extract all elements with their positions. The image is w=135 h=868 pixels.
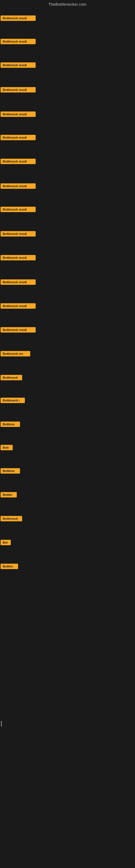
list-item: Bot <box>1 540 11 546</box>
bottleneck-badge[interactable]: Bottleneck <box>1 516 22 521</box>
bottleneck-badge[interactable]: Bottleneck result <box>1 231 36 237</box>
list-item: Bottlene <box>1 422 20 428</box>
list-item: Bottleneck <box>1 516 22 522</box>
page-wrapper: TheBottlenecker.com Bottleneck resultBot… <box>0 0 135 868</box>
bottleneck-badge[interactable]: Bottlene <box>1 468 20 474</box>
bottleneck-badge[interactable]: Bottleneck result <box>1 303 36 309</box>
bottleneck-badge[interactable]: Bottlene <box>1 422 20 427</box>
list-item: Bottler <box>1 492 17 499</box>
bottleneck-badge[interactable]: Bottleneck result <box>1 112 36 117</box>
bottleneck-badge[interactable]: Bottleneck result <box>1 207 36 212</box>
list-item: Bottleneck r <box>1 398 25 404</box>
list-item: Bottleneck result <box>1 135 36 141</box>
list-item: Bottleneck result <box>1 255 36 261</box>
bottleneck-badge[interactable]: Bottleneck res <box>1 351 30 356</box>
list-item: Bott <box>1 445 13 452</box>
list-item: Bottlene <box>1 468 20 475</box>
bottleneck-badge[interactable]: Bottleneck <box>1 375 22 380</box>
list-item: Bottleneck result <box>1 303 36 310</box>
list-item: Bottlen <box>1 564 18 570</box>
bottleneck-badge[interactable]: Bottleneck result <box>1 279 36 285</box>
cursor-indicator <box>1 721 2 726</box>
list-item: Bottleneck result <box>1 112 36 118</box>
list-item: Bottleneck result <box>1 16 36 22</box>
list-item: Bottleneck result <box>1 159 36 165</box>
bottleneck-badge[interactable]: Bottleneck result <box>1 183 36 189</box>
bottleneck-badge[interactable]: Bottleneck result <box>1 87 36 93</box>
list-item: Bottleneck <box>1 375 22 381</box>
bottleneck-badge[interactable]: Bott <box>1 445 13 450</box>
bottleneck-badge[interactable]: Bottler <box>1 492 17 497</box>
bottleneck-badge[interactable]: Bot <box>1 540 11 545</box>
list-item: Bottleneck result <box>1 62 36 69</box>
bottleneck-badge[interactable]: Bottleneck result <box>1 62 36 68</box>
list-item: Bottleneck res <box>1 351 30 358</box>
site-title: TheBottlenecker.com <box>0 0 135 9</box>
bottleneck-badge[interactable]: Bottleneck result <box>1 255 36 260</box>
bottleneck-badge[interactable]: Bottleneck result <box>1 39 36 44</box>
list-item: Bottleneck result <box>1 39 36 45</box>
bottleneck-badge[interactable]: Bottleneck result <box>1 16 36 21</box>
bottleneck-badge[interactable]: Bottleneck result <box>1 327 36 333</box>
list-item: Bottleneck result <box>1 279 36 286</box>
list-item: Bottleneck result <box>1 183 36 190</box>
items-container <box>0 9 135 11</box>
bottleneck-badge[interactable]: Bottlen <box>1 564 18 569</box>
list-item: Bottleneck result <box>1 87 36 94</box>
bottleneck-badge[interactable]: Bottleneck r <box>1 398 25 403</box>
list-item: Bottleneck result <box>1 231 36 238</box>
list-item: Bottleneck result <box>1 207 36 213</box>
bottleneck-badge[interactable]: Bottleneck result <box>1 135 36 140</box>
list-item: Bottleneck result <box>1 327 36 334</box>
bottleneck-badge[interactable]: Bottleneck result <box>1 159 36 164</box>
